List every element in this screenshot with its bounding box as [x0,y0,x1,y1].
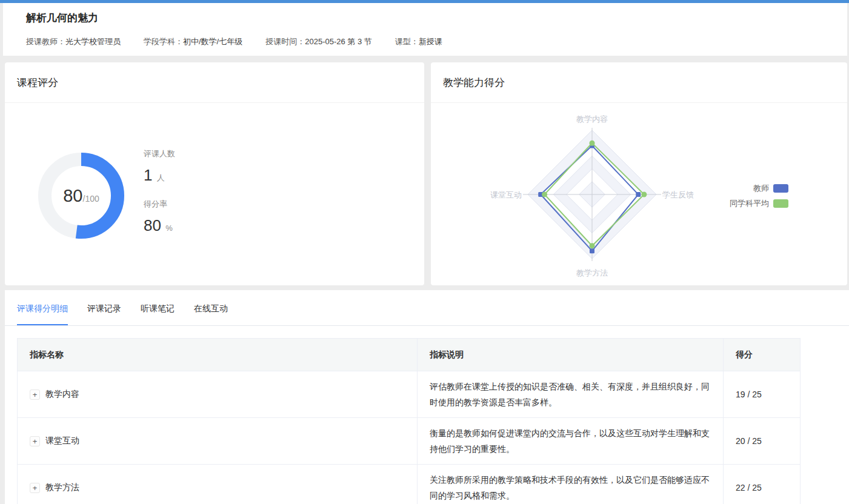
donut-center-text: 80/100 [33,147,130,244]
table-row: +教学方法 关注教师所采用的教学策略和技术手段的有效性，以及它们是否能够适应不同… [18,465,801,504]
legend-swatch-teacher [773,184,788,193]
table-row: +教学内容 评估教师在课堂上传授的知识是否准确、相关、有深度，并且组织良好，同时… [18,371,801,418]
header-score: 得分 [724,339,801,371]
indicator-desc: 衡量的是教师如何促进课堂内的交流与合作，以及这些互动对学生理解和支持他们学习的重… [430,425,711,457]
score-rate-value: 80 % [144,216,175,235]
score-stats: 评课人数 1 人 得分率 80 % [144,148,175,249]
indicator-name: 教学内容 [45,389,79,400]
tab-online-interaction[interactable]: 在线互动 [194,303,228,325]
expand-icon[interactable]: + [30,436,40,446]
course-meta-row: 授课教师：光大学校管理员 学段学科：初中/数学/七年级 授课时间：2025-05… [26,36,847,47]
course-score-card: 课程评分 80/100 评课人数 1 人 得分率 80 % [5,62,424,285]
meta-time: 授课时间：2025-05-26 第 3 节 [265,36,372,47]
score-value: 80 [63,186,82,206]
legend-label-teacher: 教师 [753,183,769,194]
reviewer-count-label: 评课人数 [144,148,175,159]
score-donut-chart: 80/100 [33,147,130,244]
teaching-ability-card: 教学能力得分 教学内容 学生反馈 教学方法 课堂互动 教师 同学科平均 [431,62,847,285]
table-header-row: 指标名称 指标说明 得分 [18,339,801,371]
expand-icon[interactable]: + [30,483,40,493]
page-title: 解析几何的魅力 [26,11,847,25]
meta-course-type: 课型：新授课 [395,36,442,47]
indicator-name: 教学方法 [45,482,79,493]
radar-axis-label-left: 课堂互动 [490,190,522,201]
indicator-score: 22 / 25 [724,465,801,504]
score-max: /100 [83,194,99,204]
expand-icon[interactable]: + [30,390,40,400]
score-rate-label: 得分率 [144,199,175,210]
meta-grade-subject: 学段学科：初中/数学/七年级 [144,36,242,47]
detail-section: 评课得分明细 评课记录 听课笔记 在线互动 指标名称 指标说明 得分 +教学内容… [5,290,849,504]
legend-swatch-subject-average [773,199,788,208]
indicator-desc: 评估教师在课堂上传授的知识是否准确、相关、有深度，并且组织良好，同时使用的教学资… [430,379,711,410]
reviewer-count-value: 1 人 [144,166,175,185]
score-detail-table: 指标名称 指标说明 得分 +教学内容 评估教师在课堂上传授的知识是否准确、相关、… [17,338,801,504]
legend-item-teacher[interactable]: 教师 [661,181,788,196]
detail-tabs: 评课得分明细 评课记录 听课笔记 在线互动 [5,290,849,326]
tab-review-records[interactable]: 评课记录 [87,303,121,325]
radar-legend: 教师 同学科平均 [661,181,788,211]
teaching-ability-card-title: 教学能力得分 [431,62,847,103]
meta-teacher: 授课教师：光大学校管理员 [26,36,121,47]
course-score-card-title: 课程评分 [5,62,424,103]
radar-axis-label-bottom: 教学方法 [576,268,608,279]
header-indicator-desc: 指标说明 [418,339,724,371]
radar-axis-label-top: 教学内容 [576,114,608,125]
indicator-name: 课堂互动 [45,436,79,446]
legend-label-subject-average: 同学科平均 [730,198,769,209]
indicator-score: 19 / 25 [724,371,801,418]
tab-listening-notes[interactable]: 听课笔记 [141,303,175,325]
indicator-desc: 关注教师所采用的教学策略和技术手段的有效性，以及它们是否能够适应不同的学习风格和… [430,472,711,503]
header-indicator-name: 指标名称 [18,339,418,371]
table-row: +课堂互动 衡量的是教师如何促进课堂内的交流与合作，以及这些互动对学生理解和支持… [18,418,801,465]
indicator-score: 20 / 25 [724,418,801,465]
legend-item-subject-average[interactable]: 同学科平均 [661,196,788,211]
tab-score-detail[interactable]: 评课得分明细 [17,303,68,325]
course-header: 解析几何的魅力 授课教师：光大学校管理员 学段学科：初中/数学/七年级 授课时间… [3,3,847,56]
